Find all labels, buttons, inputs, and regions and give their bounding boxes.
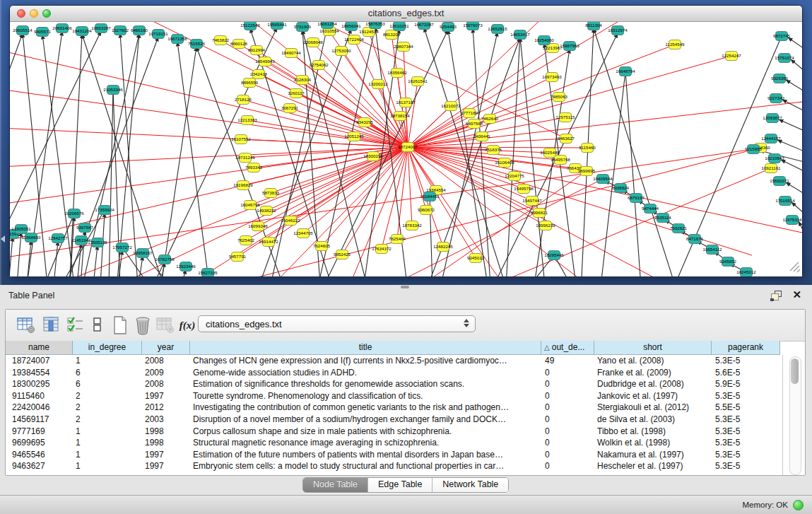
cell-pagerank[interactable]: 5.3E-5 [712, 414, 780, 426]
cell-out_de[interactable]: 0 [541, 437, 594, 449]
cell-year[interactable]: 2008 [142, 378, 190, 390]
cell-short[interactable]: Yano et al. (2008) [594, 355, 712, 367]
cell-name[interactable]: 19384554 [6, 367, 73, 379]
tab-node-table[interactable]: Node Table [303, 478, 368, 492]
cell-out_de[interactable]: 0 [541, 402, 594, 414]
column-header-pagerank[interactable]: pagerank [712, 341, 780, 355]
cell-short[interactable]: Stergiakouli et al. (2012) [594, 402, 712, 414]
cell-name[interactable]: 9699695 [6, 437, 73, 449]
table-row[interactable]: 1872400712008Changes of HCN gene express… [6, 355, 782, 367]
cell-in_degree[interactable]: 1 [73, 355, 142, 367]
cell-title[interactable]: Estimation of the future numbers of pati… [190, 449, 541, 461]
cell-pagerank[interactable]: 5.3E-5 [712, 390, 780, 402]
cell-in_degree[interactable]: 6 [73, 367, 142, 379]
cell-year[interactable]: 1997 [142, 460, 190, 472]
cell-in_degree[interactable]: 1 [73, 460, 142, 472]
cell-pagerank[interactable]: 5.6E-5 [712, 367, 780, 379]
table-row[interactable]: 1456911722003Disruption of a novel membe… [6, 414, 782, 426]
cell-in_degree[interactable]: 1 [73, 426, 142, 438]
cell-in_degree[interactable]: 1 [73, 437, 142, 449]
vertical-scrollbar[interactable] [789, 356, 801, 475]
cell-title[interactable]: Investigating the contribution of common… [190, 402, 541, 414]
network-canvas[interactable]: 1872400774638228660128891299416549943234… [10, 22, 802, 276]
cell-name[interactable]: 9465546 [6, 449, 73, 461]
cell-short[interactable]: Dudbridge et al. (2008) [594, 378, 712, 390]
cell-title[interactable]: Estimation of significance thresholds fo… [190, 378, 541, 390]
table-settings-button[interactable] [16, 315, 37, 336]
cell-year[interactable]: 2003 [142, 414, 190, 426]
cell-in_degree[interactable]: 6 [73, 378, 142, 390]
cell-pagerank[interactable]: 5.9E-5 [712, 378, 780, 390]
cell-year[interactable]: 1998 [142, 426, 190, 438]
cell-year[interactable]: 1998 [142, 437, 190, 449]
cell-in_degree[interactable]: 2 [73, 402, 142, 414]
column-header-short[interactable]: short [594, 341, 712, 355]
cell-name[interactable]: 22420046 [6, 402, 73, 414]
cell-out_de[interactable]: 0 [541, 426, 594, 438]
table-row[interactable]: 1830029562008Estimation of significance … [6, 378, 782, 390]
cell-pagerank[interactable]: 5.3E-5 [712, 460, 780, 472]
table-row[interactable]: 2242004622012Investigating the contribut… [6, 402, 782, 414]
tab-edge-table[interactable]: Edge Table [368, 478, 433, 492]
memory-ok-indicator[interactable] [793, 500, 804, 510]
cell-year[interactable]: 2012 [142, 402, 190, 414]
column-header-in_degree[interactable]: in_degree [73, 341, 142, 355]
cell-name[interactable]: 9463627 [6, 460, 73, 472]
cell-pagerank[interactable]: 5.3E-5 [712, 449, 780, 461]
delete-button[interactable] [132, 315, 153, 336]
cell-year[interactable]: 1997 [142, 449, 190, 461]
network-view[interactable]: 1872400774638228660128891299416549943234… [10, 22, 802, 276]
cell-short[interactable]: Wolkin et al. (1998) [594, 437, 712, 449]
select-all-columns-button[interactable] [65, 315, 86, 336]
table-row[interactable]: 911546021997Tourette syndrome. Phenomeno… [6, 390, 782, 402]
cell-title[interactable]: Tourette syndrome. Phenomenology and cla… [190, 390, 541, 402]
table-row[interactable]: 946554611997Estimation of the future num… [6, 449, 782, 461]
cell-title[interactable]: Genome-wide association studies in ADHD. [190, 367, 541, 379]
new-document-button[interactable] [110, 315, 131, 336]
cell-in_degree[interactable]: 1 [73, 449, 142, 461]
close-icon[interactable]: ✕ [792, 288, 801, 301]
cell-name[interactable]: 9777169 [6, 426, 73, 438]
cell-pagerank[interactable]: 5.5E-5 [712, 402, 780, 414]
cell-short[interactable]: Hescheler et al. (1997) [594, 460, 712, 472]
function-builder-button[interactable]: f(x) [177, 315, 198, 336]
cell-name[interactable]: 14569117 [6, 414, 73, 426]
cell-short[interactable]: Nakamura et al. (1997) [594, 449, 712, 461]
table-row[interactable]: 969969511998Structural magnetic resonanc… [6, 437, 782, 449]
cell-short[interactable]: Jankovic et al. (1997) [594, 390, 712, 402]
cell-out_de[interactable]: 49 [541, 355, 594, 367]
cell-title[interactable]: Corpus callosum shape and size in male p… [190, 426, 541, 438]
cell-title[interactable]: Structural magnetic resonance image aver… [190, 437, 541, 449]
scrollbar-thumb[interactable] [791, 358, 799, 384]
float-window-icon[interactable] [770, 291, 782, 301]
cell-out_de[interactable]: 0 [541, 378, 594, 390]
cell-name[interactable]: 18724007 [6, 355, 73, 367]
rows-button[interactable] [87, 315, 108, 336]
column-header-title[interactable]: title [190, 341, 541, 355]
cell-out_de[interactable]: 0 [541, 390, 594, 402]
table-row[interactable]: 977716911998Corpus callosum shape and si… [6, 426, 782, 438]
table-row[interactable]: 1938455462009Genome-wide association stu… [6, 367, 782, 379]
cell-name[interactable]: 18300295 [6, 378, 73, 390]
cell-title[interactable]: Disruption of a novel member of a sodium… [190, 414, 541, 426]
cell-out_de[interactable]: 0 [541, 414, 594, 426]
canvas-resize-grip[interactable] [790, 262, 800, 272]
cell-pagerank[interactable]: 5.3E-5 [712, 437, 780, 449]
network-window[interactable]: citations_edges.txt 18724007746382286601… [10, 6, 802, 276]
column-header-out_de[interactable]: △out_de... [541, 341, 594, 355]
column-header-name[interactable]: name [6, 341, 73, 355]
cell-pagerank[interactable]: 5.3E-5 [712, 426, 780, 438]
cell-in_degree[interactable]: 2 [73, 390, 142, 402]
cell-short[interactable]: Franke et al. (2009) [594, 367, 712, 379]
cell-year[interactable]: 2009 [142, 367, 190, 379]
cell-year[interactable]: 1997 [142, 390, 190, 402]
cell-short[interactable]: Tibbo et al. (1998) [594, 426, 712, 438]
cell-out_de[interactable]: 0 [541, 367, 594, 379]
tab-network-table[interactable]: Network Table [433, 478, 508, 492]
collapse-panel-arrow-icon[interactable] [1, 235, 5, 243]
cell-title[interactable]: Embryonic stem cells: a model to study s… [190, 460, 541, 472]
table-selector-dropdown[interactable]: citations_edges.txt [198, 315, 476, 332]
cell-in_degree[interactable]: 2 [73, 414, 142, 426]
cell-year[interactable]: 2008 [142, 355, 190, 367]
cell-out_de[interactable]: 0 [541, 449, 594, 461]
